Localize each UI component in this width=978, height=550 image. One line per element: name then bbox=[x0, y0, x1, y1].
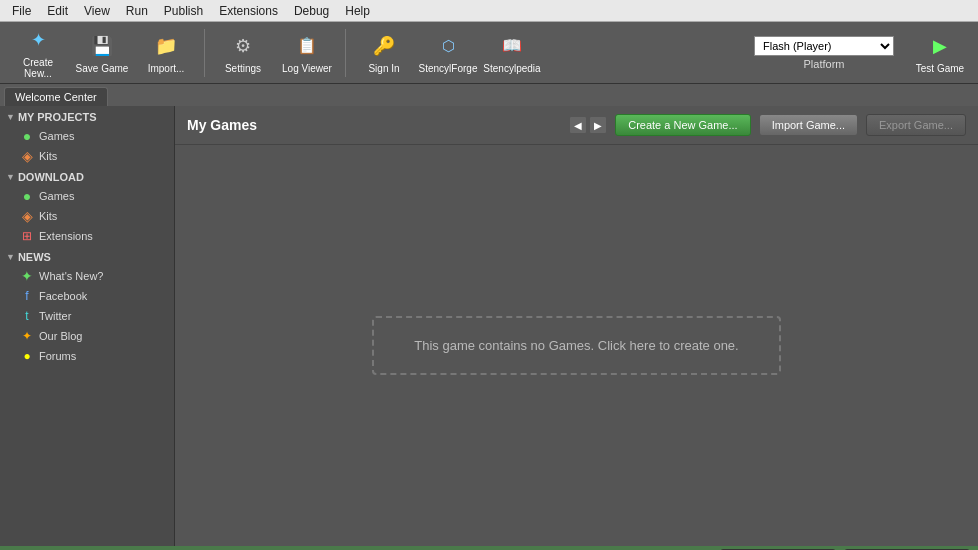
menu-bar: File Edit View Run Publish Extensions De… bbox=[0, 0, 978, 22]
facebook-label: Facebook bbox=[39, 290, 87, 302]
log-viewer-icon: 📋 bbox=[293, 32, 321, 60]
save-game-label: Save Game bbox=[76, 63, 129, 74]
whats-new-icon: ✦ bbox=[20, 269, 34, 283]
toolbar-divider-1 bbox=[204, 29, 205, 77]
stencylpedia-label: Stencylpedia bbox=[483, 63, 540, 74]
test-game-button[interactable]: ▶ Test Game bbox=[910, 27, 970, 79]
import-button[interactable]: 📁 Import... bbox=[136, 27, 196, 79]
nav-back-button[interactable]: ◀ bbox=[569, 116, 587, 134]
import-game-button[interactable]: Import Game... bbox=[759, 114, 858, 136]
nav-forward-button[interactable]: ▶ bbox=[589, 116, 607, 134]
menu-help[interactable]: Help bbox=[337, 2, 378, 20]
create-game-button[interactable]: Create a New Game... bbox=[615, 114, 750, 136]
download-kits-label: Kits bbox=[39, 210, 57, 222]
download-arrow: ▼ bbox=[6, 172, 15, 182]
download-games-label: Games bbox=[39, 190, 74, 202]
sidebar-item-blog[interactable]: ✦ Our Blog bbox=[0, 326, 174, 346]
news-label: NEWS bbox=[18, 251, 51, 263]
sidebar-item-twitter[interactable]: t Twitter bbox=[0, 306, 174, 326]
content-body[interactable]: This game contains no Games. Click here … bbox=[175, 145, 978, 546]
platform-select-wrap: Flash (Player) HTML5 iOS Android bbox=[754, 36, 894, 56]
menu-publish[interactable]: Publish bbox=[156, 2, 211, 20]
twitter-label: Twitter bbox=[39, 310, 71, 322]
myprojects-games-label: Games bbox=[39, 130, 74, 142]
sidebar-item-download-kits[interactable]: ◈ Kits bbox=[0, 206, 174, 226]
kits-dl-icon: ◈ bbox=[20, 209, 34, 223]
create-new-button[interactable]: ✦ Create New... bbox=[8, 27, 68, 79]
download-label: DOWNLOAD bbox=[18, 171, 84, 183]
content-header: My Games ◀ ▶ Create a New Game... Import… bbox=[175, 106, 978, 145]
toolbar-divider-2 bbox=[345, 29, 346, 77]
create-new-icon: ✦ bbox=[24, 27, 52, 54]
menu-file[interactable]: File bbox=[4, 2, 39, 20]
blog-label: Our Blog bbox=[39, 330, 82, 342]
stencyforge-button[interactable]: ⬡ StencylForge bbox=[418, 27, 478, 79]
menu-debug[interactable]: Debug bbox=[286, 2, 337, 20]
nav-arrows: ◀ ▶ bbox=[569, 116, 607, 134]
settings-label: Settings bbox=[225, 63, 261, 74]
sign-in-button[interactable]: 🔑 Sign In bbox=[354, 27, 414, 79]
sidebar-section-download[interactable]: ▼ DOWNLOAD bbox=[0, 166, 174, 186]
platform-select[interactable]: Flash (Player) HTML5 iOS Android bbox=[754, 36, 894, 56]
save-game-button[interactable]: 💾 Save Game bbox=[72, 27, 132, 79]
extensions-icon: ⊞ bbox=[20, 229, 34, 243]
facebook-icon: f bbox=[20, 289, 34, 303]
test-game-label: Test Game bbox=[916, 63, 964, 74]
twitter-icon: t bbox=[20, 309, 34, 323]
sidebar-item-myprojects-games[interactable]: ● Games bbox=[0, 126, 174, 146]
stencylpedia-icon: 📖 bbox=[498, 32, 526, 60]
menu-extensions[interactable]: Extensions bbox=[211, 2, 286, 20]
blog-icon: ✦ bbox=[20, 329, 34, 343]
stencyforge-label: StencylForge bbox=[419, 63, 478, 74]
settings-icon: ⚙ bbox=[229, 32, 257, 60]
menu-edit[interactable]: Edit bbox=[39, 2, 76, 20]
sidebar-item-myprojects-kits[interactable]: ◈ Kits bbox=[0, 146, 174, 166]
menu-view[interactable]: View bbox=[76, 2, 118, 20]
games-dl-icon: ● bbox=[20, 189, 34, 203]
platform-label: Platform bbox=[804, 58, 845, 70]
sidebar-item-whats-new[interactable]: ✦ What's New? bbox=[0, 266, 174, 286]
myprojects-kits-label: Kits bbox=[39, 150, 57, 162]
create-new-label: Create New... bbox=[8, 57, 68, 79]
download-extensions-label: Extensions bbox=[39, 230, 93, 242]
stencylpedia-button[interactable]: 📖 Stencylpedia bbox=[482, 27, 542, 79]
sidebar-item-forums[interactable]: ● Forums bbox=[0, 346, 174, 366]
sign-in-icon: 🔑 bbox=[370, 32, 398, 60]
menu-run[interactable]: Run bbox=[118, 2, 156, 20]
platform-area: Flash (Player) HTML5 iOS Android Platfor… bbox=[754, 36, 894, 70]
stencyforge-icon: ⬡ bbox=[434, 32, 462, 60]
games-icon: ● bbox=[20, 129, 34, 143]
sidebar-item-download-games[interactable]: ● Games bbox=[0, 186, 174, 206]
news-arrow: ▼ bbox=[6, 252, 15, 262]
sidebar-section-news[interactable]: ▼ NEWS bbox=[0, 246, 174, 266]
whats-new-label: What's New? bbox=[39, 270, 103, 282]
sidebar-item-facebook[interactable]: f Facebook bbox=[0, 286, 174, 306]
sidebar: ▼ MY PROJECTS ● Games ◈ Kits ▼ DOWNLOAD … bbox=[0, 106, 175, 546]
log-viewer-button[interactable]: 📋 Log Viewer bbox=[277, 27, 337, 79]
test-game-icon: ▶ bbox=[926, 32, 954, 60]
sign-in-label: Sign In bbox=[368, 63, 399, 74]
empty-placeholder[interactable]: This game contains no Games. Click here … bbox=[372, 316, 780, 375]
import-icon: 📁 bbox=[152, 32, 180, 60]
sidebar-section-myprojects[interactable]: ▼ MY PROJECTS bbox=[0, 106, 174, 126]
forums-icon: ● bbox=[20, 349, 34, 363]
forums-label: Forums bbox=[39, 350, 76, 362]
bottom-bar: Is this your first time? Run through our… bbox=[0, 546, 978, 550]
save-game-icon: 💾 bbox=[88, 32, 116, 60]
kits-icon: ◈ bbox=[20, 149, 34, 163]
main-layout: ▼ MY PROJECTS ● Games ◈ Kits ▼ DOWNLOAD … bbox=[0, 106, 978, 546]
import-label: Import... bbox=[148, 63, 185, 74]
export-game-button[interactable]: Export Game... bbox=[866, 114, 966, 136]
myprojects-arrow: ▼ bbox=[6, 112, 15, 122]
content-title: My Games bbox=[187, 117, 561, 133]
content-area: My Games ◀ ▶ Create a New Game... Import… bbox=[175, 106, 978, 546]
tab-welcome-center[interactable]: Welcome Center bbox=[4, 87, 108, 106]
toolbar: ✦ Create New... 💾 Save Game 📁 Import... … bbox=[0, 22, 978, 84]
sidebar-item-download-extensions[interactable]: ⊞ Extensions bbox=[0, 226, 174, 246]
settings-button[interactable]: ⚙ Settings bbox=[213, 27, 273, 79]
myprojects-label: MY PROJECTS bbox=[18, 111, 97, 123]
log-viewer-label: Log Viewer bbox=[282, 63, 332, 74]
tab-bar: Welcome Center bbox=[0, 84, 978, 106]
